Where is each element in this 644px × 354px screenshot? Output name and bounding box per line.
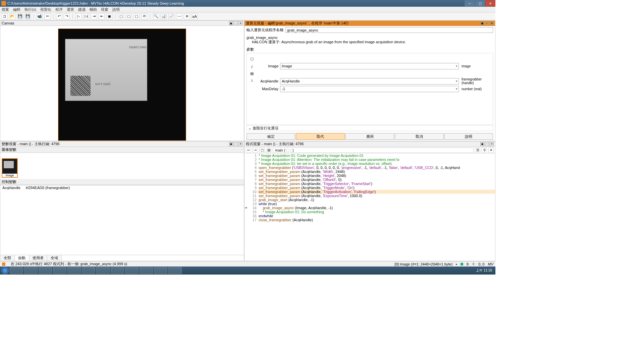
close-button[interactable]: ✕	[485, 0, 495, 6]
tb-w4[interactable]: ⟳	[141, 13, 147, 19]
param-value-delay[interactable]: -1	[280, 86, 459, 92]
tb-text[interactable]: aA	[192, 13, 198, 19]
toolbar: 🗋 📂 💾 💾 📹 ✂ ↶ ↷ ▷ ▷| ⇥ ⇤ ▣ ▢ ▢ ▢ ⟳ 🔍 📊 📈…	[0, 12, 495, 20]
menu-file[interactable]: 檔案	[2, 7, 9, 12]
status-count: 8	[467, 262, 469, 266]
menu-proc[interactable]: 程序	[55, 7, 63, 12]
panel-btn[interactable]: ▫	[485, 142, 489, 146]
tb-chart2[interactable]: 📈	[168, 13, 174, 19]
tb-w1[interactable]: ▢	[118, 13, 124, 19]
min-button[interactable]: ─	[465, 0, 475, 6]
panel-btn[interactable]: ▣	[229, 21, 233, 25]
advanced-toggle[interactable]: ⌄ 進階並行化選項	[247, 125, 493, 131]
proc-crumb[interactable]: main ( : : : )	[273, 148, 474, 153]
tb-w2[interactable]: ▢	[126, 13, 132, 19]
ok-button[interactable]: 確定	[247, 133, 295, 140]
tab-user[interactable]: 使用者	[29, 255, 47, 261]
task-item[interactable]	[168, 267, 182, 274]
task-item[interactable]	[53, 267, 66, 274]
variables-panel: 變數視窗 - main () - 主執行緒: 4796 ▣▫✕ 圖像變數 Ima…	[0, 141, 244, 261]
menu-run[interactable]: 執行(x)	[24, 7, 36, 12]
tb-record[interactable]: 📹	[37, 13, 43, 19]
param-label: MaxDelay	[255, 87, 280, 91]
code-editor[interactable]: ➔ 1234567891011121314151617 * Image Acqu…	[245, 154, 495, 261]
task-item[interactable]	[154, 267, 167, 274]
code-opt2[interactable]: ⚲	[482, 148, 487, 153]
var-title: 變數視窗 - main () - 主執行緒: 4796	[2, 141, 59, 146]
menu-op[interactable]: 運算	[67, 7, 74, 12]
max-button[interactable]: ▢	[475, 0, 485, 6]
code-opt1[interactable]: ☰	[475, 148, 480, 153]
panel-btn[interactable]: ▫	[234, 21, 238, 25]
nav-fwd[interactable]: ⇒	[253, 148, 258, 153]
status-icon	[2, 262, 5, 266]
tb-chart1[interactable]: 📊	[161, 13, 167, 19]
task-item[interactable]	[10, 267, 23, 274]
cancel-button[interactable]: 取消	[395, 133, 443, 140]
menu-assist[interactable]: 輔助	[90, 7, 97, 12]
tb-zoom[interactable]: 🔍	[153, 13, 159, 19]
tb-cut[interactable]: ✂	[44, 13, 50, 19]
code-title: 程式視窗 - main () - 主執行緒: 4796	[246, 141, 304, 146]
menu-window[interactable]: 視窗	[101, 7, 108, 12]
canvas-title: Canvas	[2, 21, 14, 25]
replace-button[interactable]: 取代	[296, 133, 344, 140]
code-opt3[interactable]: ✕	[488, 148, 494, 153]
task-item[interactable]	[24, 267, 38, 274]
nav-up[interactable]: ▢	[259, 148, 265, 153]
tb-run[interactable]: ▷	[75, 13, 82, 19]
task-item[interactable]	[67, 267, 81, 274]
tb-open[interactable]: 📂	[9, 13, 15, 19]
tb-stepinto[interactable]: ⇥	[91, 13, 97, 19]
task-item[interactable]	[125, 267, 139, 274]
tb-new[interactable]: 🗋	[2, 13, 8, 19]
op-name: grab_image_async	[247, 36, 493, 40]
tb-chart4[interactable]: ≋	[184, 13, 190, 19]
tb-w3[interactable]: ▢	[133, 13, 140, 19]
param-value-image[interactable]: Image	[280, 63, 459, 69]
panel-btn[interactable]: ▫	[234, 142, 238, 146]
task-item[interactable]	[111, 267, 124, 274]
panel-btn[interactable]: ✕	[238, 21, 243, 25]
clock[interactable]: 上午 11:16	[476, 268, 494, 273]
panel-btn[interactable]: ✕	[490, 21, 494, 25]
panel-btn[interactable]: ▣	[480, 21, 484, 25]
task-item[interactable]	[82, 267, 95, 274]
tb-save[interactable]: 💾	[17, 13, 23, 19]
status-coord-icon: ⊹	[472, 262, 475, 266]
tab-all[interactable]: 全部	[0, 255, 15, 261]
menu-visual[interactable]: 視覺化	[40, 7, 51, 12]
canvas-image[interactable]: 0963 108051 QING LIAN	[58, 28, 186, 141]
panel-btn[interactable]: ▣	[480, 142, 484, 146]
task-item[interactable]	[39, 267, 52, 274]
tb-chart3[interactable]: 〰	[176, 13, 182, 19]
tb-saveall[interactable]: 💾	[25, 13, 31, 19]
tb-undo[interactable]: ↶	[56, 13, 62, 19]
tb-step[interactable]: ▷|	[83, 13, 89, 19]
panel-btn[interactable]: ▣	[229, 142, 233, 146]
menu-edit[interactable]: 編輯	[13, 7, 20, 12]
apply-button[interactable]: 應用	[345, 133, 394, 140]
tb-stepout[interactable]: ⇤	[99, 13, 105, 19]
task-item[interactable]	[140, 267, 153, 274]
nav-proc[interactable]: ▤	[266, 148, 271, 153]
help-button[interactable]: 說明	[444, 133, 493, 140]
tab-auto[interactable]: 自動	[15, 255, 29, 261]
op-desc-label: HALCON 運算子:	[252, 40, 280, 44]
param-value-acq[interactable]: AcqHandle	[280, 78, 459, 84]
var-thumb-image[interactable]: Image	[2, 158, 18, 178]
tb-redo[interactable]: ↷	[64, 13, 70, 19]
panel-btn[interactable]: ▫	[485, 21, 489, 25]
panel-btn[interactable]: ✕	[490, 142, 494, 146]
var-row[interactable]: AcqHandle H294EAD0 (framegrabber)	[0, 185, 244, 190]
op-title: 運算元視窗 - 編輯'grab_image_async'，在程序 'main'中…	[246, 21, 349, 26]
menu-suggest[interactable]: 建議	[78, 7, 86, 12]
nav-back[interactable]: ⇐	[246, 148, 251, 153]
start-button[interactable]	[1, 267, 9, 274]
panel-btn[interactable]: ✕	[238, 142, 243, 146]
task-item[interactable]	[96, 267, 110, 274]
op-name-input[interactable]	[285, 27, 493, 33]
tab-global[interactable]: 全域	[47, 255, 62, 261]
menu-help[interactable]: 說明	[112, 7, 120, 12]
tb-stop[interactable]: ▣	[106, 13, 112, 19]
